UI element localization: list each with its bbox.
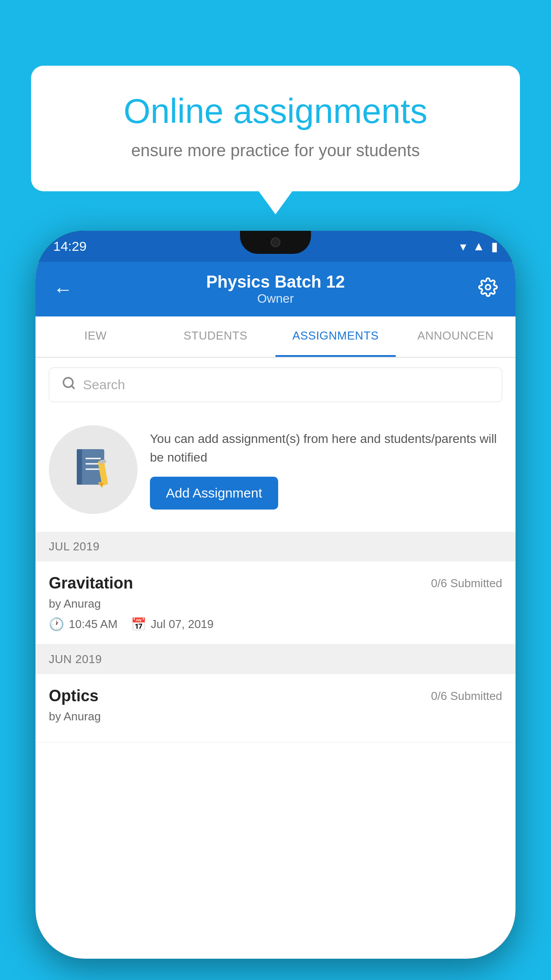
app-header: ← Physics Batch 12 Owner [35,262,516,316]
add-assignment-button[interactable]: Add Assignment [150,477,278,510]
assignment-top: Gravitation 0/6 Submitted [49,574,502,593]
speech-bubble-subtitle: ensure more practice for your students [62,141,489,160]
phone-notch [240,231,311,254]
assignment-author-optics: by Anurag [49,710,502,723]
tab-assignments[interactable]: ASSIGNMENTS [276,316,396,357]
search-container: Search [35,358,516,412]
section-header-jun: JUN 2019 [35,644,516,674]
phone-device: 14:29 ▾ ▲ ▮ ← Physics Batch 12 Owner [35,231,516,959]
clock-icon: 🕐 [49,617,64,632]
assignment-date: 📅 Jul 07, 2019 [131,617,214,632]
svg-line-2 [71,386,74,388]
battery-icon: ▮ [491,239,498,254]
status-icons: ▾ ▲ ▮ [460,239,498,254]
header-title-block: Physics Batch 12 Owner [206,273,345,306]
assignment-item-gravitation[interactable]: Gravitation 0/6 Submitted by Anurag 🕐 10… [35,561,516,644]
batch-title: Physics Batch 12 [206,273,345,292]
camera-notch [271,237,280,247]
search-icon [62,376,76,394]
search-bar[interactable]: Search [49,368,502,402]
promo-icon-circle [49,425,138,514]
assignment-top-optics: Optics 0/6 Submitted [49,687,502,705]
speech-bubble-container: Online assignments ensure more practice … [31,66,520,191]
tab-announcements[interactable]: ANNOUNCEN [396,316,516,357]
assignment-status: 0/6 Submitted [431,577,502,590]
assignment-status-optics: 0/6 Submitted [431,689,502,703]
notebook-icon [73,447,113,492]
search-placeholder: Search [83,377,125,392]
batch-role: Owner [206,292,345,306]
assignment-meta: 🕐 10:45 AM 📅 Jul 07, 2019 [49,617,502,632]
tab-iew[interactable]: IEW [35,316,156,357]
assignment-name: Gravitation [49,574,133,593]
signal-icon: ▲ [472,239,485,253]
promo-content: You can add assignment(s) from here and … [150,430,502,510]
assignment-time-value: 10:45 AM [69,617,118,631]
assignment-date-value: Jul 07, 2019 [151,617,214,631]
calendar-icon: 📅 [131,617,146,632]
promo-text: You can add assignment(s) from here and … [150,430,502,467]
wifi-icon: ▾ [460,239,466,254]
tabs-bar: IEW STUDENTS ASSIGNMENTS ANNOUNCEN [35,316,516,358]
phone-screen: ← Physics Batch 12 Owner IEW STUDENTS AS… [35,262,516,959]
speech-bubble: Online assignments ensure more practice … [31,66,520,191]
settings-icon[interactable] [478,277,498,301]
assignment-item-optics[interactable]: Optics 0/6 Submitted by Anurag [35,674,516,743]
assignment-author: by Anurag [49,597,502,611]
promo-card: You can add assignment(s) from here and … [35,412,516,532]
back-button[interactable]: ← [53,278,73,300]
status-time: 14:29 [53,239,87,254]
status-bar: 14:29 ▾ ▲ ▮ [35,231,516,262]
svg-rect-4 [77,449,82,485]
svg-point-0 [485,285,490,289]
tab-students[interactable]: STUDENTS [156,316,276,357]
assignment-time: 🕐 10:45 AM [49,617,118,632]
section-header-jul: JUL 2019 [35,532,516,561]
speech-bubble-title: Online assignments [62,92,489,130]
assignment-name-optics: Optics [49,687,98,705]
